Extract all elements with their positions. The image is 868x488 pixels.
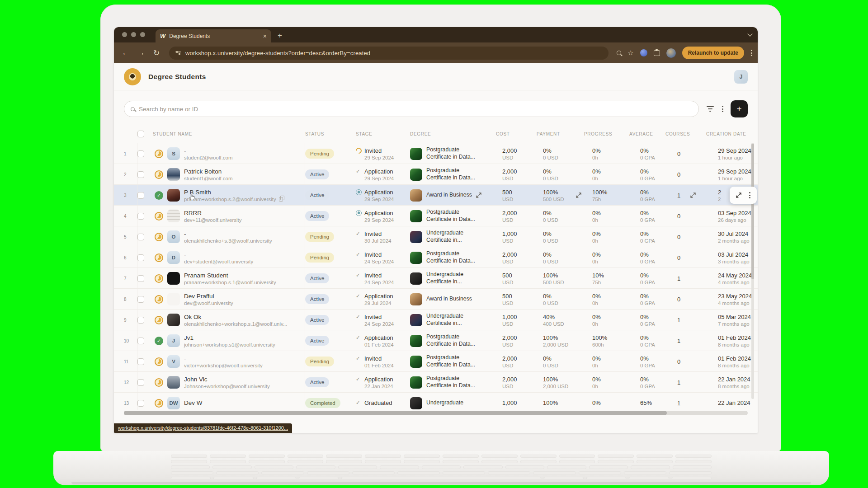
row-checkbox[interactable]	[137, 358, 144, 365]
name-block: Pranam Student pranam+workshop.s.1@woolf…	[184, 272, 276, 285]
browser-tab[interactable]: W Degree Students ×	[156, 29, 271, 42]
student-name[interactable]: Jv1	[184, 334, 275, 341]
creation-relative-time: 7 months ago	[718, 321, 751, 327]
browser-profile-avatar[interactable]	[666, 48, 676, 58]
row-checkbox[interactable]	[137, 213, 144, 220]
maximize-window-button[interactable]	[140, 32, 145, 37]
table-row[interactable]: 12 John Vic Johnson+workshop@woolf.unive…	[114, 371, 758, 392]
table-row[interactable]: 5 O - olenakhilchenko+s.3@woolf.universi…	[114, 226, 758, 247]
progress-hours: 600h	[592, 342, 629, 347]
table-row[interactable]: 6 D - dev+student@woolf.university Pendi…	[114, 247, 758, 267]
table-row[interactable]: 1 S - student2@woolf.com Pending Invited…	[114, 143, 758, 164]
vertical-scrollbar-thumb[interactable]	[751, 144, 754, 279]
row-checkbox[interactable]	[137, 317, 144, 324]
forward-button[interactable]: →	[135, 48, 147, 57]
relaunch-to-update-button[interactable]: Relaunch to update	[682, 47, 744, 59]
table-row[interactable]: 11 V - victor+workshop@woolf.university …	[114, 351, 758, 371]
row-number: 11	[124, 351, 137, 372]
student-name[interactable]: Ok Ok	[184, 314, 288, 320]
search-input[interactable]: Search by name or ID	[124, 101, 699, 117]
row-checkbox[interactable]	[137, 254, 144, 261]
row-checkbox[interactable]	[137, 171, 144, 178]
table-row[interactable]: 7 Pranam Student pranam+workshop.s.1@woo…	[114, 267, 758, 288]
cost-currency: USD	[502, 280, 537, 285]
progress-percent: 10%	[592, 272, 629, 279]
col-cost[interactable]: COST	[496, 131, 537, 136]
status-badge: Completed	[305, 398, 340, 408]
table-options-kebab-icon[interactable]	[722, 106, 723, 112]
row-checkbox[interactable]	[137, 338, 144, 344]
extension-blue-icon[interactable]	[640, 49, 647, 56]
table-row[interactable]: 3 P B Smith pranam+workshop.s.2@woolf.un…	[114, 184, 758, 205]
row-checkbox[interactable]	[137, 192, 144, 199]
student-name[interactable]: Dev Prafful	[184, 293, 233, 300]
col-progress[interactable]: PROGRESS	[584, 131, 629, 136]
degree-expand-icon[interactable]	[476, 192, 481, 198]
select-all-checkbox[interactable]	[137, 131, 144, 137]
row-checkbox[interactable]	[137, 234, 144, 240]
new-tab-button[interactable]: +	[278, 31, 282, 40]
browser-menu-kebab-icon[interactable]	[750, 50, 752, 56]
table-row[interactable]: 10 J Jv1 johnson+workshop.s1@woolf.unive…	[114, 330, 758, 351]
address-bar[interactable]: workshop.x.university/degree-students?or…	[169, 47, 609, 60]
row-menu-kebab-icon[interactable]	[749, 192, 750, 198]
horizontal-scrollbar[interactable]	[124, 411, 748, 415]
window-controls[interactable]	[122, 32, 145, 37]
col-stage[interactable]: STAGE	[356, 131, 410, 136]
horizontal-scrollbar-thumb[interactable]	[124, 411, 667, 415]
student-name[interactable]: Dev W	[184, 399, 203, 406]
controls-row: Search by name or ID +	[124, 100, 748, 117]
payment-expand-icon[interactable]	[576, 192, 581, 198]
user-avatar[interactable]: J	[734, 70, 748, 84]
average-gpa: 0 GPA	[640, 384, 665, 389]
row-checkbox[interactable]	[137, 275, 144, 282]
col-average[interactable]: AVERAGE	[629, 131, 665, 136]
extensions-puzzle-icon[interactable]	[654, 50, 660, 56]
close-window-button[interactable]	[122, 32, 127, 37]
student-name[interactable]: -	[184, 251, 253, 258]
creation-date: 01 Feb 2024	[718, 334, 751, 341]
filter-icon[interactable]	[706, 106, 714, 112]
tab-search-chevron-icon[interactable]	[748, 31, 752, 36]
status-badge: Pending	[305, 357, 334, 366]
table-row[interactable]: 13 DW Dev W Completed Graduated Undergra…	[114, 392, 758, 410]
row-checkbox[interactable]	[137, 296, 144, 303]
hand-cursor	[188, 192, 196, 201]
creation-date: 24 May 2024	[718, 272, 752, 279]
student-name[interactable]: RRRR	[184, 210, 241, 216]
col-student-name[interactable]: STUDENT NAME	[153, 131, 305, 136]
site-settings-icon[interactable]	[175, 52, 181, 54]
col-courses[interactable]: COURSES	[665, 131, 706, 136]
table-row[interactable]: 4 RRRR dev+11@woolf.university Active Ap…	[114, 205, 758, 226]
table-row[interactable]: 9 Ok Ok olenakhilchenko+workshop.s.1@woo…	[114, 309, 758, 330]
student-name[interactable]: John Vic	[184, 376, 270, 383]
student-name[interactable]: Patrick Bolton	[184, 168, 233, 175]
progress-percent: 0%	[592, 210, 629, 216]
row-checkbox[interactable]	[137, 400, 144, 407]
col-degree[interactable]: DEGREE	[410, 131, 496, 136]
col-creation-date[interactable]: CREATION DATE	[706, 131, 748, 136]
copy-icon[interactable]	[279, 197, 283, 202]
student-name[interactable]: -	[184, 230, 272, 237]
courses-expand-icon[interactable]	[690, 192, 696, 198]
bookmark-star-icon[interactable]: ☆	[627, 49, 633, 57]
table-row[interactable]: 8 Dev Prafful dev@woolf.university Activ…	[114, 288, 758, 309]
vertical-scrollbar[interactable]	[751, 143, 754, 399]
tab-close-icon[interactable]: ×	[263, 33, 267, 39]
progress-cell: 0%	[584, 399, 629, 407]
row-checkbox[interactable]	[137, 379, 144, 386]
student-name[interactable]: -	[184, 355, 263, 362]
minimize-window-button[interactable]	[131, 32, 136, 37]
row-checkbox[interactable]	[137, 150, 144, 157]
student-name[interactable]: Pranam Student	[184, 272, 276, 279]
zoom-icon[interactable]	[617, 51, 621, 55]
table-row[interactable]: 2 Patrick Bolton student1@woolf.com Acti…	[114, 164, 758, 184]
col-payment[interactable]: PAYMENT	[537, 131, 584, 136]
reload-button[interactable]: ↻	[150, 48, 163, 58]
student-name[interactable]: P B Smith	[184, 189, 283, 196]
back-button[interactable]: ←	[119, 48, 132, 57]
add-student-button[interactable]: +	[731, 100, 748, 117]
row-expand-icon[interactable]	[736, 192, 741, 198]
col-status[interactable]: STATUS	[305, 131, 356, 136]
student-name[interactable]: -	[184, 147, 233, 154]
